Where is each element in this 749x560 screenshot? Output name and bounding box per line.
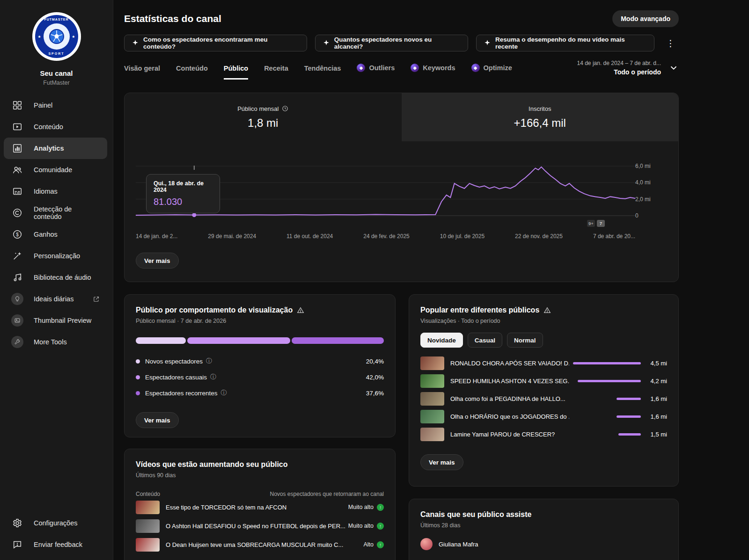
legend-row: Espectadores casuais ⓘ 42,0% [136, 369, 384, 385]
sidebar: FUTMASTER ★ ★ [0, 0, 113, 560]
info-icon[interactable]: ⓘ [206, 357, 212, 365]
channel-avatar[interactable]: FUTMASTER ★ ★ [32, 12, 81, 61]
views-bar [618, 433, 641, 436]
info-icon[interactable]: ⓘ [221, 389, 227, 397]
sidebar-item-biblioteca-audio[interactable]: Biblioteca de áudio [4, 267, 107, 288]
content-icon [11, 122, 23, 132]
sidebar-item-configuracoes[interactable]: Configurações [4, 512, 107, 534]
legend-dot [136, 375, 140, 379]
card-title: Público por comportamento de visualizaçã… [136, 306, 293, 314]
sidebar-item-comunidade[interactable]: Comunidade [4, 159, 107, 181]
avatar [420, 538, 433, 550]
suggestion-chip[interactable]: Como os espectadores encontraram meu con… [124, 35, 307, 51]
tooltip-date: Qui., 18 de abr. de 2024 [154, 180, 213, 193]
suggestion-chip[interactable]: Quantos espectadores novos eu alcancei? [315, 35, 468, 51]
bar-segment-recorrentes[interactable] [292, 337, 384, 344]
filter-casual[interactable]: Casual [468, 333, 502, 348]
level-label: Muito alto [348, 523, 374, 529]
sidebar-item-painel[interactable]: Painel [4, 95, 107, 116]
bar-segment-casuais[interactable] [187, 337, 290, 344]
list-item[interactable]: Giuliana Mafra [420, 538, 667, 550]
sidebar-item-conteudo[interactable]: Conteúdo [4, 116, 107, 138]
advanced-mode-button[interactable]: Modo avançado [612, 10, 679, 27]
legend: Novos espectadores ⓘ 20,4% Espectadores … [136, 353, 384, 401]
sidebar-item-enviar-feedback[interactable]: Enviar feedback [4, 534, 107, 555]
list-item[interactable]: RONALDO CHORA APÓS SER VAIADO! D... 4,5 … [420, 354, 667, 372]
sidebar-item-personalizacao[interactable]: Personalização [4, 245, 107, 267]
see-more-button[interactable]: Ver mais [136, 253, 179, 269]
tab-keywords[interactable]: ◆ Keywords [411, 56, 455, 80]
sidebar-item-ideias-diarias[interactable]: Ideais diárias [4, 288, 107, 310]
sidebar-item-label: Enviar feedback [34, 541, 82, 548]
tab-receita[interactable]: Receita [264, 57, 288, 80]
sidebar-item-thumbnail-preview[interactable]: Thumbnail Preview [4, 310, 107, 331]
sidebar-item-ganhos[interactable]: $ Ganhos [4, 224, 107, 245]
sparkle-icon [484, 39, 491, 47]
see-more-button[interactable]: Ver mais [420, 454, 463, 470]
sidebar-item-analytics[interactable]: Analytics [4, 138, 107, 159]
bar-segment-novos[interactable] [136, 337, 186, 344]
sidebar-item-idiomas[interactable]: Idiomas [4, 181, 107, 202]
sidebar-item-label: Configurações [34, 519, 78, 527]
video-thumbnail [420, 356, 444, 370]
y-axis-labels: 6,0 mi 4,0 mi 2,0 mi 0 [635, 166, 663, 218]
legend-percent: 20,4% [366, 358, 384, 365]
sidebar-item-more-tools[interactable]: More Tools [4, 331, 107, 353]
views-value: 4,5 mi [647, 360, 667, 367]
list-item[interactable]: Olha o HORÁRIO que os JOGADORES do ... 1… [420, 407, 667, 425]
filter-novidade[interactable]: Novidade [420, 333, 463, 348]
filter-normal[interactable]: Normal [507, 333, 543, 348]
table-row[interactable]: O Dean Huijsen teve uma SOBRECARGA MUSCU… [136, 536, 384, 553]
sidebar-item-deteccao[interactable]: Detecção de conteúdo [4, 202, 107, 224]
metric-inscritos[interactable]: Inscritos +166,4 mil [402, 93, 679, 141]
channel-name: Seu canal [40, 69, 73, 77]
video-thumbnail [420, 392, 444, 406]
audience-channels-card: Canais que seu público assiste Últimos 2… [409, 499, 679, 560]
marker-badge[interactable]: 9+ [587, 220, 595, 227]
list-item[interactable]: Olha como foi a PEGADINHA de HALLO... 1,… [420, 390, 667, 407]
info-icon[interactable]: ⓘ [210, 373, 216, 381]
tab-tendencias[interactable]: Tendências [304, 57, 341, 80]
sidebar-item-label: Ganhos [34, 231, 58, 238]
card-subtitle: Visualizações · Todo o período [420, 318, 667, 324]
channel-header: FUTMASTER ★ ★ [0, 12, 113, 86]
suggestion-chip[interactable]: Resuma o desempenho do meu vídeo mais re… [476, 35, 654, 51]
table-row[interactable]: Esse tipo de TORCEDOR só tem na AFCON Mu… [136, 498, 384, 516]
soccer-ball-icon [44, 23, 70, 50]
audience-filters: Novidade Casual Normal [420, 333, 667, 348]
marker-badge[interactable]: 7 [597, 220, 605, 227]
behavior-card: Público por comportamento de visualizaçã… [124, 294, 396, 437]
metric-publico-mensal[interactable]: Público mensal 1,8 mi [125, 93, 402, 141]
list-item[interactable]: SPEED HUMILHA ASHTON 4 VEZES SEG... 4,2 … [420, 372, 667, 390]
channel-handle: FutMaster [43, 80, 69, 86]
table-row[interactable]: O Ashton Hall DESAFIOU o Speed no FUTEBO… [136, 517, 384, 535]
views-value: 1,6 mi [647, 395, 667, 402]
sidebar-item-label: Comunidade [34, 166, 72, 174]
audience-overview-card: Público mensal 1,8 mi Inscritos +166,4 m… [124, 93, 679, 282]
page-header: Estatísticas do canal Modo avançado [124, 0, 679, 27]
tab-visao-geral[interactable]: Visão geral [124, 57, 160, 80]
metric-value: +166,4 mil [514, 116, 566, 130]
legend-dot [136, 359, 140, 364]
tab-outliers[interactable]: ◆ Outliers [357, 56, 395, 80]
legend-row: Espectadores recorrentes ⓘ 37,6% [136, 385, 384, 401]
list-item[interactable]: Lamine Yamal PAROU de CRESCER? 1,5 mi [420, 425, 667, 443]
views-bar [617, 415, 641, 418]
sidebar-item-label: Detecção de conteúdo [34, 205, 100, 220]
tab-conteudo[interactable]: Conteúdo [176, 57, 208, 80]
trend-up-icon: ↑ [377, 523, 384, 530]
star-icon: ★ [38, 35, 41, 39]
app-root: FUTMASTER ★ ★ [0, 0, 749, 560]
page-title: Estatísticas do canal [124, 13, 221, 24]
date-range-selector[interactable]: 14 de jan. de 2024 – 7 de abr. d... Todo… [577, 60, 679, 80]
dashboard-icon [11, 100, 23, 110]
tab-optimize[interactable]: ◆ Optimize [471, 56, 512, 80]
sidebar-item-label: Biblioteca de áudio [34, 274, 91, 281]
video-thumbnail [136, 519, 160, 533]
see-more-button[interactable]: Ver mais [136, 412, 179, 428]
more-options-icon[interactable]: ⋮ [662, 38, 679, 49]
legend-row: Novos espectadores ⓘ 20,4% [136, 353, 384, 369]
date-range-period: Todo o período [577, 68, 661, 76]
column-header: Conteúdo [136, 491, 160, 497]
tab-publico[interactable]: Público [224, 57, 248, 80]
